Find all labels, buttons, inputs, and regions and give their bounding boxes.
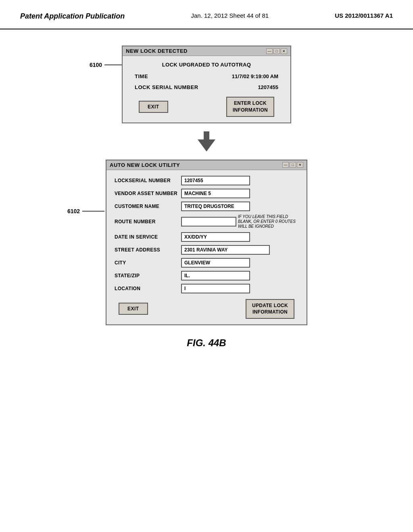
- field-label-3: ROUTE NUMBER: [115, 219, 181, 224]
- field-row-0: LOCKSERIAL NUMBER: [115, 176, 298, 185]
- patent-header-left: Patent Application Publication: [20, 12, 125, 21]
- dialog-top-body: LOCK UPGRADED TO AUTOTRAQ TIME 11/7/02 9…: [123, 56, 290, 123]
- field-row-2: CUSTOMER NAME: [115, 202, 298, 211]
- field-input-7[interactable]: [181, 271, 250, 281]
- serial-row: LOCK SERIAL NUMBER 1207455: [131, 84, 282, 90]
- field-row-4: DATE IN SERVICE: [115, 232, 298, 242]
- field-input-8[interactable]: [181, 284, 250, 293]
- time-label: TIME: [135, 73, 148, 79]
- field-label-1: VENDOR ASSET NUMBER: [115, 191, 181, 196]
- field-label-4: DATE IN SERVICE: [115, 234, 181, 240]
- dialog-bottom-titlebar: AUTO NEW LOCK UTILITY — □ ✕: [106, 160, 307, 170]
- field-label-8: LOCATION: [115, 286, 181, 291]
- time-value: 11/7/02 9:19:00 AM: [232, 73, 278, 79]
- main-content: 6100 NEW LOCK DETECTED — □ ✕ LOCK UPGRAD…: [0, 29, 413, 365]
- time-row: TIME 11/7/02 9:19:00 AM: [131, 73, 282, 79]
- dialog-top-title: NEW LOCK DETECTED: [126, 48, 188, 54]
- field-input-4[interactable]: [181, 232, 250, 242]
- field-input-2[interactable]: [181, 202, 250, 211]
- field-row-6: CITY: [115, 258, 298, 268]
- exit-btn-top[interactable]: EXIT: [139, 101, 168, 113]
- arrow-stem: [204, 131, 209, 139]
- field-input-3[interactable]: [181, 217, 236, 227]
- field-label-6: CITY: [115, 260, 181, 266]
- field-input-1[interactable]: [181, 189, 250, 198]
- field-input-0[interactable]: [181, 176, 250, 185]
- close-btn-bottom[interactable]: ✕: [297, 162, 303, 168]
- minimize-btn-bottom[interactable]: —: [282, 162, 289, 168]
- dialog-bottom-body: LOCKSERIAL NUMBER VENDOR ASSET NUMBER CU…: [106, 170, 307, 325]
- field-label-0: LOCKSERIAL NUMBER: [115, 178, 181, 183]
- field-label-5: STREET ADDRESS: [115, 247, 181, 253]
- serial-value: 1207455: [258, 84, 278, 90]
- patent-header-right: US 2012/0011367 A1: [335, 12, 393, 19]
- field-input-6[interactable]: [181, 258, 250, 268]
- field-input-5[interactable]: [181, 245, 270, 255]
- field-row-7: STATE/ZIP: [115, 271, 298, 281]
- patent-header: Patent Application Publication Jan. 12, …: [0, 0, 413, 29]
- ref-label-6102: 6102: [67, 208, 106, 214]
- dialog-bottom-controls: — □ ✕: [282, 162, 303, 168]
- field-row-8: LOCATION: [115, 284, 298, 293]
- field-row-1: VENDOR ASSET NUMBER: [115, 189, 298, 198]
- field-row-5: STREET ADDRESS: [115, 245, 298, 255]
- enter-lock-info-btn[interactable]: ENTER LOCKINFORMATION: [226, 97, 274, 117]
- dialog-top-controls: — □ ✕: [266, 48, 287, 54]
- maximize-btn-bottom[interactable]: □: [290, 162, 296, 168]
- update-lock-info-btn[interactable]: UPDATE LOCKINFORMATION: [246, 299, 294, 319]
- figure-label: FIG. 44B: [187, 337, 226, 349]
- field-label-2: CUSTOMER NAME: [115, 204, 181, 209]
- close-btn-top[interactable]: ✕: [281, 48, 287, 54]
- maximize-btn-top[interactable]: □: [273, 48, 280, 54]
- field-row-3: ROUTE NUMBER IF YOU LEAVE THIS FIELD BLA…: [115, 214, 298, 229]
- dialog-top-titlebar: NEW LOCK DETECTED — □ ✕: [123, 46, 290, 56]
- exit-btn-bottom[interactable]: EXIT: [119, 303, 148, 315]
- patent-header-center: Jan. 12, 2012 Sheet 44 of 81: [191, 12, 269, 19]
- route-note: IF YOU LEAVE THIS FIELD BLANK, OR ENTER …: [238, 214, 298, 229]
- arrow-down-container: [198, 131, 215, 152]
- arrow-head: [198, 139, 215, 152]
- dialog-bottom-title: AUTO NEW LOCK UTILITY: [110, 162, 180, 168]
- field-label-7: STATE/ZIP: [115, 273, 181, 278]
- minimize-btn-top[interactable]: —: [266, 48, 273, 54]
- serial-label: LOCK SERIAL NUMBER: [135, 84, 198, 90]
- bottom-button-row: EXIT UPDATE LOCKINFORMATION: [115, 299, 298, 319]
- top-button-row: EXIT ENTER LOCKINFORMATION: [131, 97, 282, 117]
- dialog-bottom: AUTO NEW LOCK UTILITY — □ ✕ LOCKSERIAL N…: [106, 160, 307, 326]
- dialog-top: NEW LOCK DETECTED — □ ✕ LOCK UPGRADED TO…: [122, 46, 291, 123]
- dialog-top-subtitle: LOCK UPGRADED TO AUTOTRAQ: [131, 62, 282, 68]
